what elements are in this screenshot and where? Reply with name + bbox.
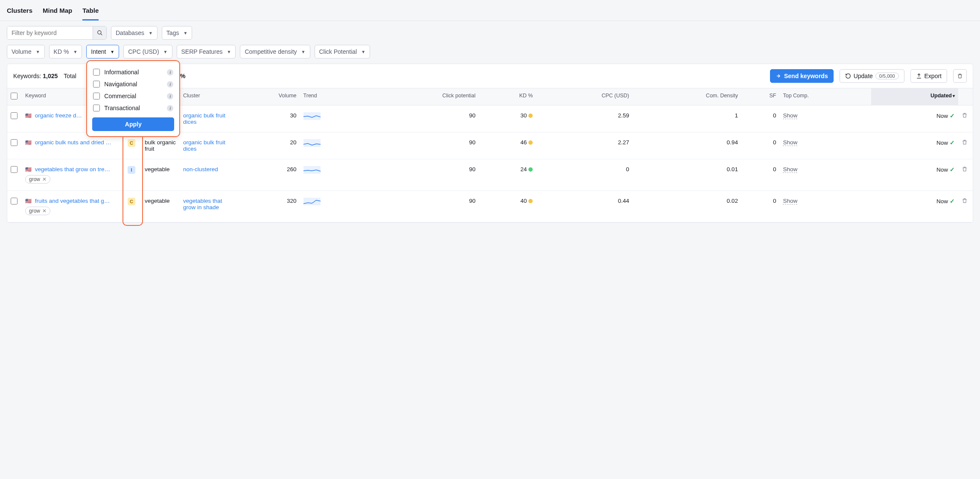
trend-sparkline	[303, 139, 321, 147]
tag-chip[interactable]: grow ✕	[25, 175, 50, 184]
filter-volume[interactable]: Volume▼	[7, 45, 45, 58]
tab-mindmap[interactable]: Mind Map	[43, 4, 72, 20]
intent-informational-checkbox[interactable]	[93, 69, 100, 76]
col-cpc[interactable]: CPC (USD)	[536, 88, 633, 105]
send-keywords-button[interactable]: Send keywords	[770, 69, 834, 83]
tag-chip[interactable]: grow ✕	[25, 207, 50, 215]
cell-click: 90	[367, 159, 479, 191]
info-icon: i	[167, 81, 173, 88]
trash-icon	[962, 198, 968, 204]
delete-row-button[interactable]	[962, 113, 968, 120]
filter-kd[interactable]: KD %▼	[49, 45, 82, 58]
cell-click: 90	[367, 191, 479, 222]
filter-tags[interactable]: Tags▼	[162, 26, 192, 40]
filter-databases[interactable]: Databases▼	[111, 26, 158, 40]
table-row: 🇺🇸 vegetables that grow on tre… grow ✕ I…	[7, 159, 973, 191]
keyword-link[interactable]: organic freeze d…	[35, 112, 82, 119]
filter-competitive-density[interactable]: Competitive density▼	[240, 45, 310, 58]
intent-apply-button[interactable]: Apply	[92, 117, 174, 131]
seed-keyword: vegetable	[141, 159, 180, 191]
delete-row-button[interactable]	[962, 199, 968, 205]
cell-trend	[300, 132, 367, 159]
row-checkbox[interactable]	[11, 166, 18, 173]
col-comd[interactable]: Com. Density	[633, 88, 741, 105]
checkmark-icon: ✓	[950, 113, 955, 119]
trend-sparkline	[303, 112, 321, 120]
chevron-down-icon: ▼	[73, 50, 77, 54]
cell-volume: 30	[231, 105, 300, 132]
search-input[interactable]	[7, 26, 93, 39]
row-checkbox[interactable]	[11, 112, 18, 119]
cell-kd: 46	[479, 132, 536, 159]
col-kd[interactable]: KD %	[479, 88, 536, 105]
cluster-link[interactable]: non-clustered	[183, 166, 218, 172]
intent-navigational-checkbox[interactable]	[93, 81, 100, 88]
update-count: 0/5,000	[875, 73, 899, 79]
show-competitors[interactable]: Show	[783, 112, 797, 119]
svg-rect-4	[303, 166, 321, 174]
kd-dot-icon	[528, 140, 533, 145]
cluster-link[interactable]: vegetables that grow in shade	[183, 198, 222, 210]
intent-transactional-checkbox[interactable]	[93, 105, 100, 111]
refresh-icon	[845, 73, 851, 79]
col-top[interactable]: Top Comp.	[779, 88, 871, 105]
tab-clusters[interactable]: Clusters	[7, 4, 32, 20]
show-competitors[interactable]: Show	[783, 139, 797, 146]
sort-desc-icon: ▾	[953, 93, 955, 98]
keyword-link[interactable]: vegetables that grow on tre…	[35, 166, 110, 172]
info-icon: i	[167, 69, 173, 76]
keyword-link[interactable]: organic bulk nuts and dried …	[35, 139, 111, 146]
filter-serp[interactable]: SERP Features▼	[177, 45, 236, 58]
show-competitors[interactable]: Show	[783, 198, 797, 204]
filter-intent[interactable]: Intent▼	[86, 45, 119, 58]
tab-table[interactable]: Table	[82, 4, 99, 20]
col-sf[interactable]: SF	[741, 88, 780, 105]
cell-sf: 0	[741, 105, 780, 132]
show-competitors[interactable]: Show	[783, 166, 797, 173]
remove-tag-icon[interactable]: ✕	[42, 176, 47, 182]
row-checkbox[interactable]	[11, 198, 18, 204]
col-volume[interactable]: Volume	[231, 88, 300, 105]
intent-commercial-checkbox[interactable]	[93, 93, 100, 99]
cell-cpc: 0	[536, 159, 633, 191]
trash-icon	[962, 166, 968, 172]
filter-cpc[interactable]: CPC (USD)▼	[123, 45, 172, 58]
export-button[interactable]: Export	[910, 69, 947, 83]
flag-us-icon: 🇺🇸	[25, 198, 32, 204]
row-checkbox[interactable]	[11, 139, 18, 146]
col-cluster[interactable]: Cluster	[180, 88, 231, 105]
cell-trend	[300, 159, 367, 191]
intent-badge: I	[128, 166, 135, 174]
filter-click-potential[interactable]: Click Potential▼	[315, 45, 370, 58]
delete-row-button[interactable]	[962, 140, 968, 146]
send-icon	[776, 73, 782, 79]
cluster-link[interactable]: organic bulk fruit dices	[183, 112, 225, 125]
cell-sf: 0	[741, 159, 780, 191]
seed-keyword: vegetable	[141, 191, 180, 222]
select-all-checkbox[interactable]	[11, 93, 18, 99]
table-row: 🇺🇸 fruits and vegetables that g… grow ✕ …	[7, 191, 973, 222]
cell-kd: 24	[479, 159, 536, 191]
intent-navigational[interactable]: Navigational i	[92, 78, 174, 90]
intent-commercial[interactable]: Commercial i	[92, 90, 174, 102]
cell-updated: Now✓	[871, 105, 959, 132]
flag-us-icon: 🇺🇸	[25, 140, 32, 146]
svg-rect-5	[303, 198, 321, 205]
keyword-link[interactable]: fruits and vegetables that g…	[35, 198, 110, 204]
delete-all-button[interactable]	[953, 69, 967, 83]
col-trend[interactable]: Trend	[300, 88, 367, 105]
intent-informational[interactable]: Informational i	[92, 66, 174, 78]
delete-row-button[interactable]	[962, 167, 968, 173]
intent-transactional[interactable]: Transactional i	[92, 102, 174, 114]
cell-sf: 0	[741, 191, 780, 222]
search-icon	[97, 30, 103, 36]
search-button[interactable]	[93, 26, 106, 39]
col-updated[interactable]: Updated▾	[871, 88, 959, 105]
cluster-link[interactable]: organic bulk fruit dices	[183, 139, 225, 152]
remove-tag-icon[interactable]: ✕	[42, 208, 47, 214]
update-button[interactable]: Update 0/5,000	[840, 69, 904, 83]
col-click[interactable]: Click potential	[367, 88, 479, 105]
checkmark-icon: ✓	[950, 140, 955, 146]
flag-us-icon: 🇺🇸	[25, 166, 32, 172]
cell-click: 90	[367, 105, 479, 132]
